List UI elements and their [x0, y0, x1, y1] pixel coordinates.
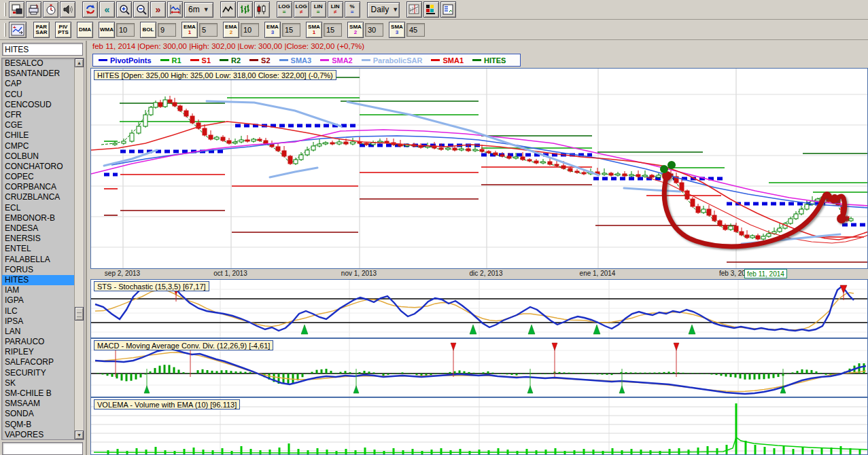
scroll-down-arrow-icon[interactable]: ▼ [75, 431, 84, 439]
symbol-list-item[interactable]: CCU [2, 90, 84, 100]
symbol-list-item[interactable]: FALABELLA [2, 255, 84, 265]
symbol-list-item[interactable]: ENDESA [2, 223, 84, 234]
line-chart-mode-button[interactable] [220, 1, 236, 18]
log-scale-button[interactable]: LOG= [277, 1, 292, 18]
symbol-list-item[interactable]: HITES [2, 275, 84, 285]
indicator-toggle-wma[interactable]: WMA [99, 22, 115, 38]
interval-dropdown[interactable]: Daily▼ [367, 2, 400, 18]
symbol-list-item[interactable]: CMPC [2, 141, 84, 151]
symbol-list-item[interactable]: FORUS [2, 265, 84, 275]
symbol-list-item[interactable]: EMBONOR-B [2, 213, 84, 223]
symbol-list-item[interactable]: CFR [2, 110, 84, 120]
indicator-period-input-ema1[interactable]: 5 [199, 23, 218, 37]
symbol-list-item[interactable]: ENTEL [2, 244, 84, 254]
custom-indicator-button[interactable]: + [9, 22, 27, 38]
lin-scale-button[interactable]: LIN= [311, 1, 326, 18]
timer-button[interactable] [43, 1, 58, 18]
volume-bar [726, 445, 728, 454]
main-price-chart[interactable]: HITES [Open: 325,00 High: 325,00 Low: 31… [90, 68, 868, 269]
scroll-up-arrow-icon[interactable]: ▲ [75, 58, 84, 67]
volema-label: VOLEMA - Volume with EMA (10) [96.113] [94, 399, 240, 410]
layout-button[interactable] [9, 1, 24, 18]
indicator-period-input-sma2[interactable]: 30 [365, 23, 383, 37]
volume-panel[interactable]: VOLEMA - Volume with EMA (10) [96.113] [90, 397, 868, 455]
symbol-list-item[interactable]: SONDA [2, 409, 84, 419]
indicator-toggle-sma1[interactable]: SMA1 [306, 22, 322, 38]
symbol-list-item[interactable]: CAP [2, 79, 84, 89]
indicator-toggle-bol[interactable]: BOL [140, 22, 156, 38]
symbol-list-item[interactable]: SK [2, 378, 84, 388]
symbol-list-item[interactable]: CRUZBLANCA [2, 192, 84, 202]
toolbar-grip[interactable] [4, 3, 6, 16]
indicator-toggle-par-sar[interactable]: PARSAR [33, 22, 50, 38]
cursor-chart-button[interactable] [406, 1, 422, 18]
report-button[interactable] [440, 1, 456, 18]
indicator-period-input-sma3[interactable]: 45 [406, 23, 425, 37]
symbol-list-item[interactable]: ECL [2, 203, 84, 213]
symbol-list-item[interactable]: VAPORES [2, 430, 84, 440]
colors-button[interactable] [423, 1, 439, 18]
symbol-list-item[interactable]: IGPA [2, 295, 84, 306]
symbol-search-input[interactable] [2, 43, 83, 56]
symbol-list-item[interactable]: SECURITY [2, 368, 84, 378]
sound-button[interactable] [60, 1, 75, 18]
indicator-toggle-sma2[interactable]: SMA2 [347, 22, 364, 38]
scrollbar-thumb[interactable] [75, 307, 84, 321]
symbol-list-item[interactable]: SM-CHILE B [2, 388, 84, 399]
refresh-button[interactable] [82, 1, 98, 18]
macd-panel[interactable]: MACD - Moving Average Conv. Div. (12,26,… [90, 338, 868, 397]
period-dropdown[interactable]: 6m▼ [184, 2, 213, 18]
indicator-period-input-wma[interactable]: 10 [116, 23, 135, 37]
volume-bar [136, 448, 138, 454]
symbol-list-item[interactable]: COLBUN [2, 151, 84, 162]
symbol-list-item[interactable]: SQM-B [2, 420, 84, 430]
symbol-list-item[interactable]: SMSAAM [2, 399, 84, 409]
ohlc-bars-mode-button[interactable] [237, 1, 253, 18]
symbol-list-scrollbar[interactable]: ▲ ▼ [74, 58, 84, 439]
symbol-list-item[interactable]: LAN [2, 327, 84, 337]
percent-scale-button[interactable]: %= [345, 1, 360, 18]
fit-width-button[interactable] [167, 1, 183, 18]
indicator-toggle-ema2[interactable]: EMA2 [223, 22, 239, 38]
symbol-footer-box[interactable] [2, 442, 83, 455]
symbol-list-item[interactable]: SALFACORP [2, 357, 84, 367]
legend: PivotPointsR1S1R2S2SMA3SMA2ParabolicSARS… [92, 54, 521, 67]
candles-mode-button[interactable] [254, 1, 270, 18]
toolbar-grip[interactable] [4, 23, 6, 37]
log-scale-unequal-button[interactable]: LOG≠ [294, 1, 309, 18]
double-chevron-right-icon: » [156, 5, 161, 14]
indicator-period-input-ema2[interactable]: 10 [241, 23, 259, 37]
indicator-toggle-piv-pts[interactable]: PIVPTS [55, 22, 71, 38]
scroll-left-button[interactable]: « [99, 1, 115, 18]
stochastic-panel[interactable]: STS - Stochastic (15,3,5) [67,17] [90, 279, 868, 338]
symbol-list-item[interactable]: CONCHATORO [2, 162, 84, 172]
print-button[interactable] [26, 1, 41, 18]
indicator-toggle-ema1[interactable]: EMA1 [181, 22, 198, 38]
symbol-list-item[interactable]: BESALCO [2, 58, 84, 69]
symbol-list-item[interactable]: CENCOSUD [2, 100, 84, 110]
symbol-list-item[interactable]: IAM [2, 285, 84, 295]
lin-scale-unequal-button[interactable]: LIN≠ [328, 1, 343, 18]
zoom-in-icon [118, 3, 131, 16]
indicator-toggle-sma3[interactable]: SMA3 [389, 22, 405, 38]
volume-bar [345, 449, 347, 454]
price-chart-canvas[interactable] [91, 69, 867, 268]
symbol-list-item[interactable]: ILC [2, 306, 84, 316]
symbol-list-item[interactable]: COPEC [2, 172, 84, 182]
indicator-period-input-ema3[interactable]: 15 [282, 23, 300, 37]
zoom-out-button[interactable] [133, 1, 149, 18]
symbol-list-item[interactable]: RIPLEY [2, 347, 84, 357]
symbol-list-item[interactable]: ENERSIS [2, 234, 84, 244]
indicator-period-input-bol[interactable]: 9 [158, 23, 176, 37]
indicator-toggle-ema3[interactable]: EMA3 [264, 22, 281, 38]
scroll-right-button[interactable]: » [150, 1, 166, 18]
indicator-toggle-dma[interactable]: DMA [77, 22, 93, 38]
symbol-list-item[interactable]: BSANTANDER [2, 69, 84, 79]
zoom-in-button[interactable] [116, 1, 132, 18]
symbol-list-item[interactable]: PARAUCO [2, 337, 84, 347]
symbol-list-item[interactable]: CORPBANCA [2, 182, 84, 192]
symbol-list-item[interactable]: CGE [2, 120, 84, 130]
symbol-list-item[interactable]: IPSA [2, 316, 84, 327]
symbol-list-item[interactable]: CHILE [2, 130, 84, 141]
indicator-period-input-sma1[interactable]: 15 [324, 23, 342, 37]
